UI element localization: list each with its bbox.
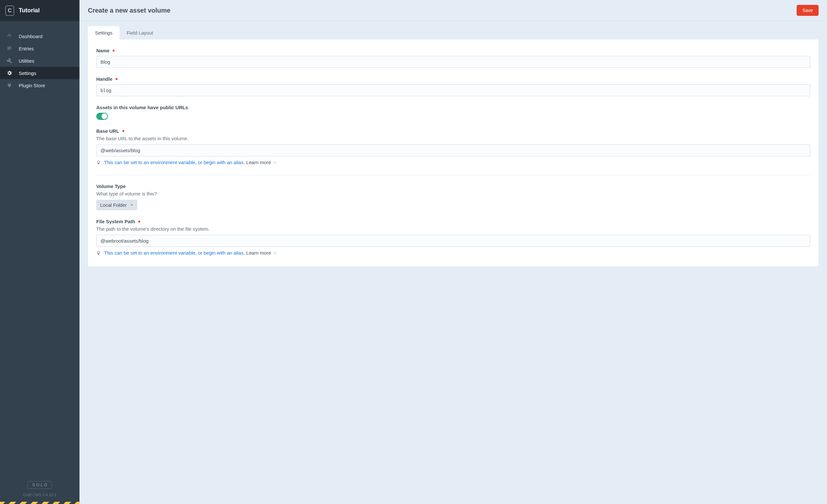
select-value: Local Folder <box>100 202 127 208</box>
tab-settings[interactable]: Settings <box>88 26 119 39</box>
sidebar-footer: SOLO Craft CMS 3.4.10.1 <box>0 481 80 502</box>
sidebar-item-label: Entries <box>19 46 34 51</box>
utilities-icon <box>6 58 13 64</box>
base-url-tip: This can be set to an environment variab… <box>96 160 810 165</box>
fs-path-tip: This can be set to an environment variab… <box>96 250 810 256</box>
plugin-store-icon <box>6 83 13 88</box>
label-text: Assets in this volume have public URLs <box>96 105 188 110</box>
tab-field-layout[interactable]: Field Layout <box>119 26 160 39</box>
dashboard-icon <box>6 33 13 39</box>
sidebar-item-dashboard[interactable]: Dashboard <box>0 30 80 42</box>
site-logo[interactable]: C <box>5 5 14 16</box>
field-name: Name ✱ <box>96 48 810 68</box>
learn-more-link[interactable]: Learn more <box>246 250 271 256</box>
sidebar-nav: Dashboard Entries Utilities Settings Plu <box>0 21 80 481</box>
site-name: Tutorial <box>19 7 40 14</box>
topbar: Create a new asset volume Save <box>80 0 827 21</box>
field-label: Assets in this volume have public URLs <box>96 105 810 110</box>
field-volume-type: Volume Type What type of volume is this?… <box>96 184 810 210</box>
label-text: File System Path <box>96 219 135 224</box>
field-base-url: Base URL ✱ The base URL to the assets in… <box>96 128 810 165</box>
name-input[interactable] <box>96 56 810 68</box>
entries-icon <box>6 46 13 51</box>
sidebar: C Tutorial Dashboard Entries Utilities <box>0 0 80 504</box>
field-handle: Handle ✱ <box>96 76 810 96</box>
chevron-down-icon <box>130 202 134 208</box>
file-system-path-input[interactable] <box>96 235 810 247</box>
field-file-system-path: File System Path ✱ The path to the volum… <box>96 219 810 256</box>
label-text: Base URL <box>96 128 119 134</box>
settings-icon <box>6 70 13 76</box>
content: Settings Field Layout Name ✱ Handle ✱ <box>80 21 827 280</box>
handle-input[interactable] <box>96 84 810 96</box>
sidebar-item-label: Settings <box>19 70 36 76</box>
settings-pane: Name ✱ Handle ✱ Assets in this volume ha… <box>88 39 819 266</box>
divider <box>96 175 810 175</box>
sidebar-item-label: Dashboard <box>19 34 42 39</box>
version-text: Craft CMS 3.4.10.1 <box>0 493 80 497</box>
public-urls-toggle[interactable] <box>96 113 108 120</box>
save-button[interactable]: Save <box>797 5 819 16</box>
lightbulb-icon <box>96 251 101 255</box>
sidebar-header: C Tutorial <box>0 0 80 21</box>
label-text: Handle <box>96 76 112 82</box>
field-help: The base URL to the assets in this volum… <box>96 136 810 141</box>
dev-mode-stripe <box>0 502 80 504</box>
field-label: Handle ✱ <box>96 76 810 82</box>
required-icon: ✱ <box>122 130 125 133</box>
external-link-icon: ◳ <box>273 160 276 164</box>
volume-type-select[interactable]: Local Folder <box>96 200 137 210</box>
learn-more-link[interactable]: Learn more <box>246 160 271 165</box>
field-label: File System Path ✱ <box>96 219 810 224</box>
main: Create a new asset volume Save Settings … <box>80 0 827 504</box>
sidebar-item-settings[interactable]: Settings <box>0 67 80 79</box>
sidebar-item-entries[interactable]: Entries <box>0 42 80 55</box>
label-text: Volume Type <box>96 184 126 189</box>
sidebar-item-plugin-store[interactable]: Plugin Store <box>0 79 80 91</box>
required-icon: ✱ <box>138 220 141 223</box>
tip-link[interactable]: This can be set to an environment variab… <box>104 160 245 165</box>
edition-badge[interactable]: SOLO <box>28 481 52 489</box>
tab-row: Settings Field Layout <box>88 26 819 39</box>
label-text: Name <box>96 48 109 53</box>
lightbulb-icon <box>96 160 101 165</box>
field-help: The path to the volume's directory on th… <box>96 226 810 232</box>
field-help: What type of volume is this? <box>96 191 810 196</box>
field-label: Volume Type <box>96 184 810 189</box>
sidebar-item-label: Utilities <box>19 58 34 64</box>
external-link-icon: ◳ <box>273 251 276 255</box>
sidebar-item-utilities[interactable]: Utilities <box>0 55 80 67</box>
base-url-input[interactable] <box>96 144 810 156</box>
field-public-urls: Assets in this volume have public URLs <box>96 105 810 120</box>
field-label: Name ✱ <box>96 48 810 53</box>
field-label: Base URL ✱ <box>96 128 810 134</box>
page-title: Create a new asset volume <box>88 7 797 14</box>
tip-link[interactable]: This can be set to an environment variab… <box>104 250 245 256</box>
required-icon: ✱ <box>112 49 115 52</box>
sidebar-item-label: Plugin Store <box>19 83 45 88</box>
required-icon: ✱ <box>115 78 118 81</box>
